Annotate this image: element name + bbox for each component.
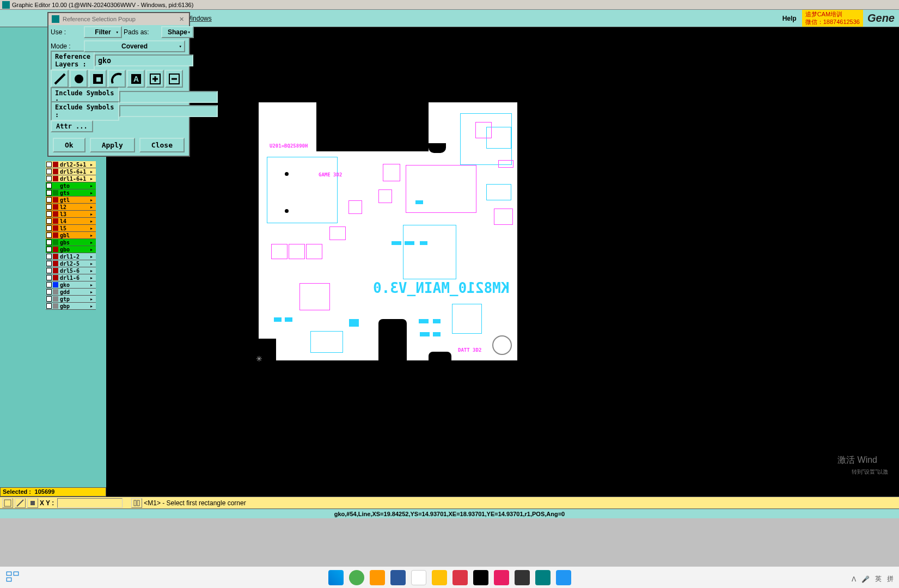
- layer-color-swatch[interactable]: [53, 176, 58, 181]
- layer-color-swatch[interactable]: [53, 190, 58, 195]
- exclude-symbols-input[interactable]: [119, 105, 218, 117]
- layer-color-swatch[interactable]: [53, 275, 58, 280]
- layer-checkbox[interactable]: [46, 303, 52, 309]
- layer-color-swatch[interactable]: [53, 268, 58, 273]
- layer-arrow-icon[interactable]: ▸: [90, 275, 96, 280]
- layer-row-drl2-5[interactable]: drl2-5▸: [46, 260, 96, 267]
- layer-checkbox[interactable]: [46, 261, 52, 266]
- layer-color-swatch[interactable]: [53, 218, 58, 224]
- layer-color-swatch[interactable]: [53, 204, 58, 210]
- layer-color-swatch[interactable]: [53, 261, 58, 266]
- layer-arrow-icon[interactable]: ▸: [90, 205, 96, 210]
- layer-checkbox[interactable]: [46, 190, 52, 195]
- units-button[interactable]: [131, 498, 142, 508]
- taskbar-app-terminal[interactable]: [515, 570, 530, 585]
- feature-positive-button[interactable]: [146, 70, 164, 88]
- layer-checkbox[interactable]: [46, 218, 52, 224]
- layer-checkbox[interactable]: [46, 289, 52, 295]
- layer-row-gko[interactable]: gko▸: [46, 281, 96, 289]
- use-dropdown[interactable]: Filter: [84, 26, 122, 38]
- taskbar-app-explorer[interactable]: [432, 570, 447, 585]
- menu-help[interactable]: Help: [782, 15, 797, 22]
- layer-row-drl2-5+1[interactable]: drl2-5+1▸: [46, 161, 96, 168]
- mode-dropdown[interactable]: Covered: [84, 40, 185, 52]
- layer-arrow-icon[interactable]: ▸: [90, 290, 96, 295]
- layer-row-gts[interactable]: gts▸: [46, 189, 96, 197]
- feature-line-button[interactable]: [51, 70, 69, 88]
- layer-row-gbl[interactable]: gbl▸: [46, 232, 96, 239]
- tray-mic-icon[interactable]: 🎤: [861, 575, 870, 583]
- layer-color-swatch[interactable]: [53, 162, 58, 167]
- feature-surface-button[interactable]: [89, 70, 107, 88]
- ime-mode[interactable]: 拼: [887, 574, 894, 584]
- layer-checkbox[interactable]: [46, 247, 52, 252]
- layer-color-swatch[interactable]: [53, 240, 58, 245]
- layer-checkbox[interactable]: [46, 282, 52, 287]
- layer-row-drl1-2[interactable]: drl1-2▸: [46, 253, 96, 260]
- layer-checkbox[interactable]: [46, 232, 52, 238]
- ref-layers-input[interactable]: [95, 54, 193, 66]
- taskview-icon[interactable]: [5, 569, 20, 586]
- taskbar-app-2[interactable]: [370, 570, 385, 585]
- layer-checkbox[interactable]: [46, 211, 52, 217]
- snap-button-3[interactable]: [27, 498, 38, 508]
- ime-lang[interactable]: 英: [875, 574, 882, 584]
- feature-pad-button[interactable]: [70, 70, 88, 88]
- layer-arrow-icon[interactable]: ▸: [90, 233, 96, 238]
- layer-arrow-icon[interactable]: ▸: [90, 268, 96, 273]
- layer-arrow-icon[interactable]: ▸: [90, 162, 96, 167]
- feature-negative-button[interactable]: [165, 70, 183, 88]
- taskbar-app-6[interactable]: [556, 570, 571, 585]
- layer-color-swatch[interactable]: [53, 197, 58, 203]
- layer-checkbox[interactable]: [46, 296, 52, 302]
- layer-row-gdd[interactable]: gdd▸: [46, 289, 96, 296]
- feature-arc-button[interactable]: [108, 70, 126, 88]
- layer-color-swatch[interactable]: [53, 211, 58, 217]
- layer-color-swatch[interactable]: [53, 254, 58, 259]
- layer-arrow-icon[interactable]: ▸: [90, 261, 96, 266]
- attr-button[interactable]: Attr ...: [51, 120, 93, 132]
- layer-checkbox[interactable]: [46, 162, 52, 167]
- layer-row-l2[interactable]: l2▸: [46, 204, 96, 211]
- layer-checkbox[interactable]: [46, 176, 52, 181]
- layer-row-l5[interactable]: l5▸: [46, 225, 96, 232]
- close-icon[interactable]: ✕: [177, 16, 186, 23]
- include-symbols-input[interactable]: [119, 91, 218, 103]
- layer-checkbox[interactable]: [46, 225, 52, 231]
- layer-row-drl1-6+1[interactable]: drl1-6+1▸: [46, 175, 96, 182]
- layer-color-swatch[interactable]: [53, 232, 58, 238]
- layer-checkbox[interactable]: [46, 254, 52, 259]
- layer-arrow-icon[interactable]: ▸: [90, 254, 96, 259]
- layer-color-swatch[interactable]: [53, 303, 58, 309]
- layer-row-drl5-6+1[interactable]: drl5-6+1▸: [46, 168, 96, 175]
- layer-arrow-icon[interactable]: ▸: [90, 191, 96, 195]
- pads-dropdown[interactable]: Shape: [161, 26, 194, 38]
- system-tray[interactable]: ᐱ 🎤 英 拼: [852, 574, 894, 584]
- popup-title-bar[interactable]: Reference Selection Popup ✕: [48, 13, 189, 25]
- layer-checkbox[interactable]: [46, 197, 52, 203]
- canvas[interactable]: U201=BQ25890H GAME 3D2 DATT 3D2 KM8210_M…: [106, 27, 899, 497]
- layer-arrow-icon[interactable]: ▸: [90, 297, 96, 302]
- layer-checkbox[interactable]: [46, 240, 52, 245]
- tray-chevron-icon[interactable]: ᐱ: [852, 575, 856, 583]
- taskbar-app-4[interactable]: [473, 570, 488, 585]
- layer-color-swatch[interactable]: [53, 169, 58, 174]
- layer-color-swatch[interactable]: [53, 225, 58, 231]
- layer-color-swatch[interactable]: [53, 282, 58, 287]
- ok-button[interactable]: Ok: [53, 138, 85, 152]
- layer-row-drl5-6[interactable]: drl5-6▸: [46, 267, 96, 274]
- layer-row-gbs[interactable]: gbs▸: [46, 239, 96, 246]
- taskbar-app-genesis[interactable]: [535, 570, 551, 585]
- layer-arrow-icon[interactable]: ▸: [90, 212, 96, 217]
- layer-arrow-icon[interactable]: ▸: [90, 283, 96, 287]
- layer-row-l4[interactable]: l4▸: [46, 218, 96, 225]
- layer-row-gto[interactable]: gto▸: [46, 182, 96, 189]
- layer-color-swatch[interactable]: [53, 247, 58, 252]
- start-button[interactable]: [328, 570, 344, 585]
- taskbar-app-word[interactable]: [390, 570, 406, 585]
- layer-row-drl1-6[interactable]: drl1-6▸: [46, 274, 96, 281]
- taskbar-app-1[interactable]: [349, 570, 364, 585]
- taskbar-app-chrome[interactable]: [411, 570, 426, 585]
- close-button[interactable]: Close: [139, 138, 185, 152]
- taskbar-app-pdf[interactable]: [452, 570, 468, 585]
